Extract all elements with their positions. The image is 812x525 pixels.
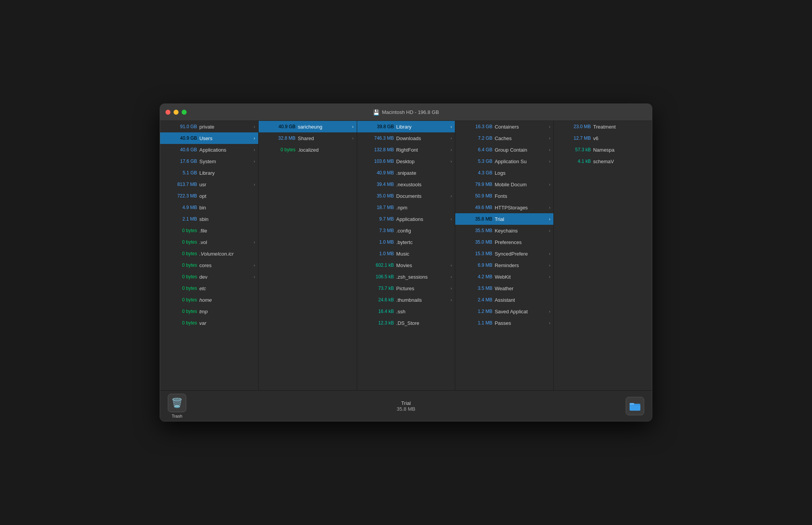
- item-name: private: [199, 124, 252, 130]
- list-item[interactable]: 0 byteshome: [160, 294, 258, 306]
- item-name: Users: [199, 135, 252, 141]
- list-item[interactable]: 91.0 GBprivate›: [160, 121, 258, 132]
- list-item[interactable]: 4.2 MBWebKit›: [455, 271, 553, 283]
- maximize-button[interactable]: [182, 110, 187, 115]
- chevron-icon: ›: [549, 159, 551, 164]
- list-item[interactable]: 24.6 kB.thumbnails›: [357, 294, 455, 306]
- chevron-icon: ›: [549, 124, 551, 129]
- list-item[interactable]: 1.2 MBSaved Applicat›: [455, 306, 553, 317]
- list-item[interactable]: 40.9 MB.snipaste: [357, 167, 455, 179]
- item-name: .DS_Store: [396, 320, 452, 326]
- list-item[interactable]: 132.8 MBRightFont›: [357, 144, 455, 155]
- chevron-icon: ›: [549, 321, 551, 325]
- trash-icon[interactable]: 🗑️: [168, 394, 186, 412]
- list-item[interactable]: 6.4 GBGroup Contain›: [455, 144, 553, 155]
- list-item[interactable]: 0 bytesdev›: [160, 271, 258, 283]
- item-name: home: [199, 297, 255, 303]
- item-name: sbin: [199, 216, 255, 222]
- list-item[interactable]: 12.7 MBv6: [554, 132, 652, 144]
- chevron-icon: ›: [549, 228, 551, 233]
- list-item[interactable]: 4.3 GBLogs: [455, 167, 553, 179]
- list-item[interactable]: 7.2 GBCaches›: [455, 132, 553, 144]
- minimize-button[interactable]: [174, 110, 179, 115]
- list-item[interactable]: 0 bytesvar: [160, 317, 258, 329]
- list-item[interactable]: 4.9 MBbin: [160, 202, 258, 213]
- list-item[interactable]: 73.7 kBPictures›: [357, 283, 455, 294]
- item-name: Fonts: [495, 193, 550, 199]
- list-item[interactable]: 0 bytescores›: [160, 259, 258, 271]
- list-item[interactable]: 35.0 MBPreferences: [455, 236, 553, 248]
- item-name: etc: [199, 286, 255, 291]
- list-item[interactable]: 17.6 GBSystem›: [160, 155, 258, 167]
- list-item[interactable]: 40.6 GBApplications›: [160, 144, 258, 155]
- path-button[interactable]: [626, 397, 644, 415]
- item-size: 12.3 kB: [360, 320, 394, 326]
- list-item[interactable]: 6.9 MBReminders›: [455, 259, 553, 271]
- list-item[interactable]: 32.8 MBShared›: [259, 132, 357, 144]
- selected-item-name: Trial: [397, 400, 415, 406]
- item-name: .zsh_sessions: [396, 274, 449, 280]
- item-size: 40.9 GB: [262, 124, 296, 129]
- list-item[interactable]: 15.3 MBSyncedPrefere›: [455, 248, 553, 259]
- list-item[interactable]: 602.1 kBMovies›: [357, 259, 455, 271]
- list-item[interactable]: 16.3 GBContainers›: [455, 121, 553, 132]
- item-name: Logs: [495, 170, 550, 176]
- list-item[interactable]: 57.3 kBNamespa: [554, 144, 652, 155]
- list-item[interactable]: 49.6 MBHTTPStorages›: [455, 202, 553, 213]
- list-item[interactable]: 16.4 kB.ssh: [357, 306, 455, 317]
- list-item[interactable]: 5.1 GBLibrary: [160, 167, 258, 179]
- list-item[interactable]: 0 bytesetc: [160, 283, 258, 294]
- list-item[interactable]: 722.3 MBopt: [160, 190, 258, 202]
- footer: 🗑️ Trash Trial 35.8 MB: [160, 390, 652, 421]
- item-size: 4.2 MB: [458, 274, 492, 279]
- list-item[interactable]: 813.7 MBusr›: [160, 179, 258, 190]
- item-size: 813.7 MB: [163, 182, 197, 187]
- list-item[interactable]: 35.8 MBTrial›: [455, 213, 553, 225]
- list-item[interactable]: 9.7 MBApplications›: [357, 213, 455, 225]
- list-item[interactable]: 2.4 MBAssistant: [455, 294, 553, 306]
- item-size: 15.3 MB: [458, 251, 492, 256]
- list-item[interactable]: 39.8 GBLibrary›: [357, 121, 455, 132]
- list-item[interactable]: 40.9 GBsaricheung›: [259, 121, 357, 132]
- list-item[interactable]: 746.3 MBDownloads›: [357, 132, 455, 144]
- item-size: 602.1 kB: [360, 262, 394, 268]
- item-size: 1.1 MB: [458, 320, 492, 326]
- list-item[interactable]: 23.0 MBTreatment: [554, 121, 652, 132]
- list-item[interactable]: 4.1 kBschemaV: [554, 155, 652, 167]
- list-item[interactable]: 3.5 MBWeather: [455, 283, 553, 294]
- list-item[interactable]: 39.4 MB.nexustools: [357, 179, 455, 190]
- item-size: 73.7 kB: [360, 286, 394, 291]
- list-item[interactable]: 1.0 MB.bytertc: [357, 236, 455, 248]
- list-item[interactable]: 106.5 kB.zsh_sessions›: [357, 271, 455, 283]
- item-size: 24.6 kB: [360, 297, 394, 303]
- chevron-icon: ›: [352, 136, 354, 140]
- item-size: 35.0 MB: [360, 193, 394, 199]
- list-item[interactable]: 12.3 kB.DS_Store: [357, 317, 455, 329]
- list-item[interactable]: 5.3 GBApplication Su›: [455, 155, 553, 167]
- hd-icon: 💾: [373, 109, 379, 115]
- close-button[interactable]: [165, 110, 170, 115]
- list-item[interactable]: 0 bytes.file: [160, 225, 258, 236]
- titlebar: 💾 Macintosh HD - 196.8 GB: [160, 104, 652, 121]
- list-item[interactable]: 0 bytestmp: [160, 306, 258, 317]
- list-item[interactable]: 1.0 MBMusic: [357, 248, 455, 259]
- chevron-icon: ›: [549, 205, 551, 210]
- finder-window: 💾 Macintosh HD - 196.8 GB 91.0 GBprivate…: [160, 104, 652, 421]
- list-item[interactable]: 79.9 MBMobile Docum›: [455, 179, 553, 190]
- list-item[interactable]: 18.7 MB.npm: [357, 202, 455, 213]
- list-item[interactable]: 0 bytes.vol›: [160, 236, 258, 248]
- item-size: 40.9 GB: [163, 135, 197, 141]
- list-item[interactable]: 7.3 MB.config: [357, 225, 455, 236]
- list-item[interactable]: 40.9 GBUsers›: [160, 132, 258, 144]
- title-label: Macintosh HD - 196.8 GB: [382, 109, 439, 115]
- list-item[interactable]: 0 bytes.localized: [259, 144, 357, 155]
- list-item[interactable]: 0 bytes.VolumeIcon.icr: [160, 248, 258, 259]
- list-item[interactable]: 2.1 MBsbin: [160, 213, 258, 225]
- chevron-icon: ›: [451, 298, 452, 302]
- item-name: Caches: [495, 135, 547, 141]
- list-item[interactable]: 1.1 MBPasses›: [455, 317, 553, 329]
- list-item[interactable]: 103.6 MBDesktop›: [357, 155, 455, 167]
- list-item[interactable]: 35.5 MBKeychains›: [455, 225, 553, 236]
- list-item[interactable]: 50.9 MBFonts: [455, 190, 553, 202]
- list-item[interactable]: 35.0 MBDocuments›: [357, 190, 455, 202]
